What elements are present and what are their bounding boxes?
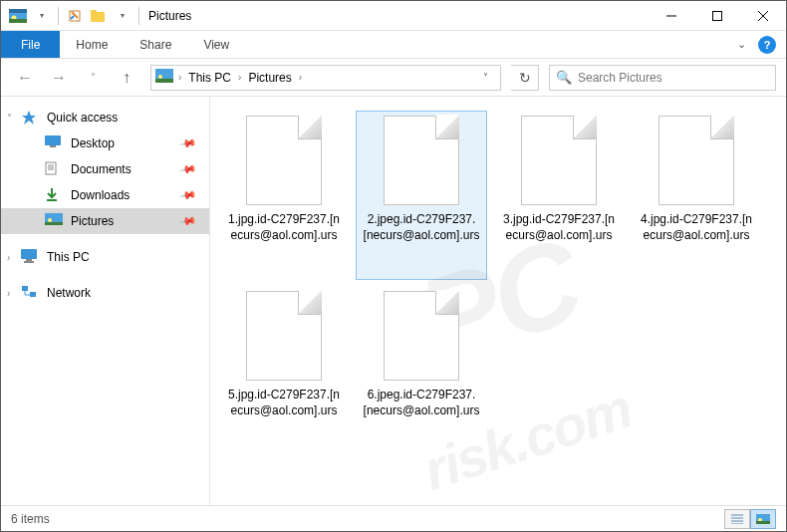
file-name: 4.jpg.id-C279F237.[necurs@aol.com].urs	[632, 211, 761, 243]
pictures-icon	[45, 213, 63, 229]
navigation-pane: ˅ Quick access Desktop 📌 Documents 📌 Dow…	[1, 97, 210, 505]
qat-properties-icon[interactable]	[64, 5, 86, 27]
search-placeholder: Search Pictures	[578, 71, 662, 85]
documents-icon	[45, 161, 63, 177]
file-item[interactable]: 3.jpg.id-C279F237.[necurs@aol.com].urs	[493, 111, 625, 280]
help-icon[interactable]: ?	[758, 36, 776, 54]
svg-rect-16	[50, 145, 56, 147]
maximize-button[interactable]	[694, 1, 740, 31]
chevron-right-icon[interactable]: ›	[175, 72, 184, 83]
svg-rect-25	[21, 249, 37, 259]
sidebar-quick-access[interactable]: ˅ Quick access	[1, 105, 209, 131]
sidebar-this-pc[interactable]: › This PC	[1, 244, 209, 270]
file-item[interactable]: 2.jpeg.id-C279F237.[necurs@aol.com].urs	[356, 111, 487, 280]
sidebar-item-pictures[interactable]: Pictures 📌	[1, 208, 209, 234]
svg-rect-15	[45, 135, 61, 145]
window-title: Pictures	[144, 9, 191, 23]
monitor-icon	[21, 249, 39, 265]
minimize-button[interactable]	[649, 1, 694, 31]
network-icon	[21, 285, 39, 301]
sidebar-item-label: Pictures	[71, 214, 114, 228]
file-item[interactable]: 6.jpeg.id-C279F237.[necurs@aol.com].urs	[356, 286, 487, 455]
svg-rect-6	[91, 10, 97, 14]
file-item[interactable]: 4.jpg.id-C279F237.[necurs@aol.com].urs	[631, 111, 762, 280]
close-button[interactable]	[740, 1, 786, 31]
quick-access-toolbar: ▾ ▾ Pictures	[1, 5, 191, 27]
chevron-right-icon[interactable]: ›	[296, 72, 305, 83]
breadcrumb-dropdown-icon[interactable]: ˅	[475, 72, 496, 83]
sidebar-item-label: Network	[47, 286, 91, 300]
large-icons-view-button[interactable]	[750, 509, 776, 529]
file-thumb	[246, 116, 322, 205]
forward-button[interactable]: →	[45, 64, 73, 92]
pin-icon: 📌	[179, 186, 198, 205]
tab-share[interactable]: Share	[124, 31, 187, 58]
file-thumb	[246, 291, 322, 381]
caret-icon[interactable]: ›	[7, 288, 10, 299]
status-count: 6 items	[11, 512, 50, 526]
breadcrumb-pictures[interactable]: Pictures	[244, 71, 295, 85]
status-bar: 6 items	[1, 505, 786, 531]
ribbon-expand-icon[interactable]: ⌄	[737, 38, 746, 51]
file-name: 5.jpg.id-C279F237.[necurs@aol.com].urs	[219, 387, 349, 418]
sidebar-item-desktop[interactable]: Desktop 📌	[1, 131, 209, 156]
qat-newfolder-icon[interactable]	[88, 5, 110, 27]
qat-dropdown2-icon[interactable]: ▾	[112, 5, 133, 27]
back-button[interactable]: ←	[11, 64, 39, 92]
chevron-right-icon[interactable]: ›	[235, 72, 244, 83]
file-tab[interactable]: File	[1, 31, 60, 58]
file-name: 1.jpg.id-C279F237.[necurs@aol.com].urs	[219, 211, 349, 243]
explorer-window: ▾ ▾ Pictures File Home	[0, 0, 787, 532]
up-button[interactable]: ↑	[113, 64, 140, 92]
svg-rect-13	[155, 79, 173, 83]
sidebar-item-label: Desktop	[71, 136, 115, 150]
downloads-icon	[45, 187, 63, 203]
sidebar-item-label: This PC	[47, 250, 90, 264]
sidebar-item-label: Documents	[71, 162, 131, 176]
breadcrumb[interactable]: › This PC › Pictures › ˅	[150, 65, 501, 91]
file-name: 3.jpg.id-C279F237.[necurs@aol.com].urs	[494, 211, 624, 243]
svg-rect-24	[45, 222, 63, 225]
sidebar-item-label: Downloads	[71, 188, 130, 202]
desktop-icon	[45, 135, 63, 151]
search-icon: 🔍	[556, 70, 572, 85]
svg-rect-27	[24, 261, 34, 263]
ribbon-tabs: File Home Share View ⌄ ?	[1, 31, 786, 59]
qat-separator-2	[138, 7, 139, 25]
caret-icon[interactable]: ›	[7, 252, 10, 263]
svg-rect-38	[756, 521, 770, 524]
recent-dropdown-icon[interactable]: ˅	[79, 64, 107, 92]
svg-rect-3	[9, 19, 27, 23]
file-thumb	[658, 116, 734, 205]
search-input[interactable]: 🔍 Search Pictures	[549, 65, 776, 91]
breadcrumb-thispc[interactable]: This PC	[184, 71, 235, 85]
file-thumb	[521, 116, 597, 205]
title-bar: ▾ ▾ Pictures	[1, 1, 786, 31]
sidebar-item-downloads[interactable]: Downloads 📌	[1, 182, 209, 208]
file-item[interactable]: 5.jpg.id-C279F237.[necurs@aol.com].urs	[218, 286, 350, 455]
app-icon	[7, 5, 29, 27]
refresh-button[interactable]: ↻	[511, 65, 539, 91]
pin-icon: 📌	[179, 134, 198, 153]
view-switcher	[724, 509, 776, 529]
file-thumb	[384, 116, 459, 205]
svg-point-23	[48, 218, 52, 222]
sidebar-item-documents[interactable]: Documents 📌	[1, 156, 209, 182]
file-name: 6.jpeg.id-C279F237.[necurs@aol.com].urs	[357, 387, 486, 418]
qat-dropdown-icon[interactable]: ▾	[31, 5, 53, 27]
tab-home[interactable]: Home	[60, 31, 124, 58]
details-view-button[interactable]	[724, 509, 750, 529]
svg-rect-28	[22, 286, 28, 291]
tab-view[interactable]: View	[187, 31, 245, 58]
file-item[interactable]: 1.jpg.id-C279F237.[necurs@aol.com].urs	[218, 111, 350, 280]
file-list[interactable]: PC risk.com 1.jpg.id-C279F237.[necurs@ao…	[210, 97, 786, 505]
address-bar-row: ← → ˅ ↑ › This PC › Pictures › ˅ ↻ 🔍 Sea…	[1, 59, 786, 97]
pin-icon: 📌	[179, 160, 198, 179]
svg-rect-26	[26, 259, 32, 261]
sidebar-network[interactable]: › Network	[1, 280, 209, 306]
svg-marker-14	[22, 111, 36, 125]
file-thumb	[384, 291, 459, 381]
caret-icon[interactable]: ˅	[7, 113, 12, 124]
ribbon-right: ⌄ ?	[737, 31, 786, 58]
svg-point-12	[158, 75, 162, 79]
